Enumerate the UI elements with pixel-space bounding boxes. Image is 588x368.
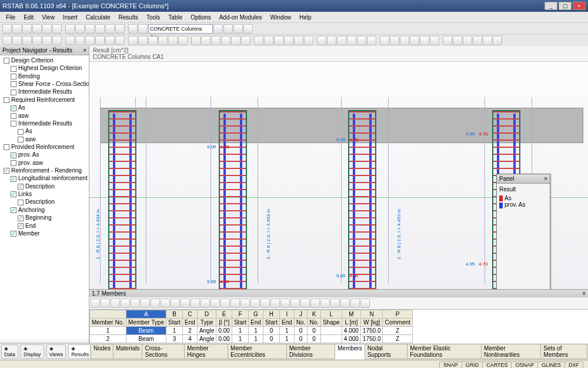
status-glines[interactable]: GLINES: [537, 362, 565, 369]
toolbar-button[interactable]: [32, 24, 42, 34]
tree-checkbox[interactable]: ✓: [11, 207, 16, 213]
tree-checkbox[interactable]: ✓: [11, 152, 16, 158]
tree-item[interactable]: Description: [25, 198, 55, 205]
grid-cell[interactable]: 0: [308, 335, 321, 343]
table-toolbar-button[interactable]: [101, 299, 110, 308]
table-toolbar-button[interactable]: [181, 299, 190, 308]
toolbar-button[interactable]: [178, 36, 188, 45]
table-toolbar-button[interactable]: [111, 299, 120, 308]
toolbar-button[interactable]: [65, 24, 75, 34]
grid-cell[interactable]: 1: [249, 335, 263, 343]
grid-header[interactable]: Shape: [320, 319, 342, 327]
legend-panel[interactable]: Panel × Result As prov. As CONCRETE Colu…: [496, 174, 550, 289]
tree-checkbox[interactable]: ✓: [11, 231, 16, 237]
table-toolbar-button[interactable]: [290, 299, 300, 308]
toolbar-button[interactable]: [12, 24, 22, 34]
toolbar-button[interactable]: [138, 24, 148, 34]
tree-checkbox[interactable]: [18, 137, 24, 142]
table-toolbar-button[interactable]: [270, 299, 280, 308]
grid-cell[interactable]: 1: [249, 327, 263, 335]
tree-checkbox[interactable]: ✓: [11, 176, 16, 182]
toolbar-button[interactable]: [453, 36, 462, 45]
toolbar-button[interactable]: [105, 24, 115, 34]
members-grid[interactable]: ABCDEFGHIJKLMNPMember No.Member TypeStar…: [89, 310, 413, 343]
grid-cell[interactable]: Angle: [197, 335, 216, 343]
grid-cell[interactable]: 1: [90, 327, 126, 335]
menu-results[interactable]: Results: [115, 13, 142, 22]
toolbar-button[interactable]: [168, 36, 178, 45]
table-toolbar-button[interactable]: [230, 299, 240, 308]
toolbar-button[interactable]: [191, 36, 201, 45]
menu-window[interactable]: Window: [267, 13, 295, 22]
grid-cell[interactable]: 0: [263, 327, 279, 335]
toolbar-button[interactable]: [367, 36, 376, 45]
table-tab-materials[interactable]: Materials: [113, 344, 143, 359]
tree-checkbox[interactable]: [4, 97, 9, 103]
table-tab-sets-of-members[interactable]: Sets of Members: [540, 344, 587, 359]
toolbar-button[interactable]: [223, 24, 233, 34]
grid-header[interactable]: No.: [294, 319, 308, 327]
tree-checkbox[interactable]: [11, 89, 16, 95]
toolbar-button[interactable]: [243, 24, 253, 34]
grid-cell[interactable]: 0: [294, 335, 308, 343]
tree-item[interactable]: Design Criterion: [11, 57, 54, 64]
members-close-icon[interactable]: ×: [582, 290, 586, 297]
menu-add-on-modules[interactable]: Add-on Modules: [216, 13, 266, 22]
nav-tab-display[interactable]: ◈ Display: [21, 344, 44, 359]
tree-item[interactable]: Provided Reinforcement: [11, 144, 74, 150]
table-toolbar-button[interactable]: [121, 299, 130, 308]
tree-item[interactable]: As: [25, 128, 32, 134]
tree-checkbox[interactable]: ✓: [18, 184, 24, 190]
grid-cell[interactable]: Beam: [126, 327, 166, 335]
toolbar-button[interactable]: [211, 36, 220, 45]
grid-cell[interactable]: 4: [183, 335, 198, 343]
toolbar-button[interactable]: [115, 24, 125, 34]
tree-item[interactable]: Intermediate Results: [18, 120, 72, 127]
grid-header[interactable]: W [kg]: [360, 319, 383, 327]
toolbar-combo[interactable]: CONCRETE Columns CA:: [148, 24, 213, 34]
tree-item[interactable]: Member: [18, 230, 40, 237]
grid-cell[interactable]: 3: [166, 335, 182, 343]
tree-item[interactable]: prov. As: [18, 151, 39, 158]
menu-calculate[interactable]: Calculate: [82, 13, 114, 22]
table-toolbar-button[interactable]: [360, 299, 370, 308]
tree-item[interactable]: Bending: [18, 73, 40, 79]
tree-checkbox[interactable]: [11, 81, 16, 87]
table-toolbar-button[interactable]: [260, 299, 270, 308]
minimize-button[interactable]: _: [544, 2, 557, 10]
grid-cell[interactable]: 2: [90, 335, 126, 343]
grid-cell[interactable]: 1750.0: [360, 327, 383, 335]
grid-header[interactable]: L [m]: [342, 319, 360, 327]
table-toolbar-button[interactable]: [250, 299, 260, 308]
table-toolbar-button[interactable]: [201, 299, 210, 308]
toolbar-button[interactable]: [430, 36, 439, 45]
toolbar-button[interactable]: [357, 36, 366, 45]
grid-header[interactable]: Type: [197, 319, 216, 327]
status-dxf[interactable]: DXF: [564, 362, 583, 369]
toolbar-button[interactable]: [347, 36, 356, 45]
tree-checkbox[interactable]: [11, 113, 16, 119]
toolbar-button[interactable]: [254, 36, 263, 45]
toolbar-button[interactable]: [75, 36, 85, 45]
table-toolbar-button[interactable]: [240, 299, 250, 308]
toolbar-button[interactable]: [85, 24, 95, 34]
tree-checkbox[interactable]: ✓: [18, 216, 24, 221]
table-toolbar-button[interactable]: [161, 299, 170, 308]
toolbar-button[interactable]: [327, 36, 336, 45]
toolbar-button[interactable]: [284, 36, 293, 45]
toolbar-button[interactable]: [128, 24, 138, 34]
tree-item[interactable]: Shear Force - Cross-Section Comp: [18, 81, 89, 87]
menu-edit[interactable]: Edit: [20, 13, 37, 22]
grid-cell[interactable]: [320, 327, 342, 335]
navigator-close-icon[interactable]: ×: [83, 47, 86, 54]
toolbar-button[interactable]: [233, 24, 243, 34]
grid-header[interactable]: End: [279, 319, 294, 327]
toolbar-button[interactable]: [473, 36, 482, 45]
grid-cell[interactable]: 4.000: [342, 327, 360, 335]
tree-checkbox[interactable]: [11, 74, 16, 79]
navigator-tree[interactable]: Design CriterionHighest Design Criterion…: [0, 55, 89, 339]
tree-checkbox[interactable]: [11, 66, 16, 72]
toolbar-button[interactable]: [52, 36, 62, 45]
grid-cell[interactable]: Z: [383, 335, 412, 343]
grid-header[interactable]: Start: [166, 319, 182, 327]
